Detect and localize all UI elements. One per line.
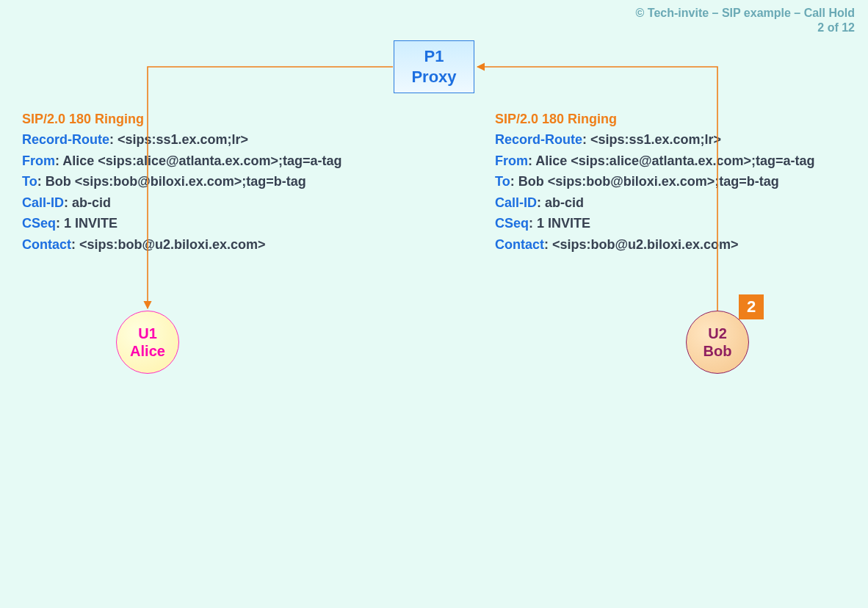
hdr-name: Contact — [22, 237, 71, 252]
copyright: © Tech-invite – SIP example – Call Hold … — [636, 6, 855, 35]
hdr-val: : Alice <sips:alice@atlanta.ex.com>;tag=… — [55, 153, 342, 168]
sip-left-callid: Call-ID: ab-cid — [22, 192, 342, 213]
hdr-name: Record-Route — [22, 132, 109, 147]
hdr-val: : <sips:ss1.ex.com;lr> — [582, 132, 721, 147]
sip-right-callid: Call-ID: ab-cid — [495, 192, 815, 213]
hdr-name: From — [22, 153, 55, 168]
sip-right-cseq: CSeq: 1 INVITE — [495, 213, 815, 234]
sip-right-from: From: Alice <sips:alice@atlanta.ex.com>;… — [495, 151, 815, 171]
hdr-val: : 1 INVITE — [529, 216, 590, 231]
sip-left-status: SIP/2.0 180 Ringing — [22, 109, 342, 129]
hdr-name: From — [495, 153, 528, 168]
sip-message-left: SIP/2.0 180 Ringing Record-Route: <sips:… — [22, 109, 342, 255]
step-badge: 2 — [739, 294, 764, 319]
hdr-name: Call-ID — [495, 195, 537, 210]
sip-message-right: SIP/2.0 180 Ringing Record-Route: <sips:… — [495, 109, 815, 255]
sip-right-contact: Contact: <sips:bob@u2.biloxi.ex.com> — [495, 234, 815, 255]
hdr-val: : 1 INVITE — [56, 216, 117, 231]
sip-left-to: To: Bob <sips:bob@biloxi.ex.com>;tag=b-t… — [22, 171, 342, 192]
proxy-node: P1 Proxy — [394, 40, 474, 93]
hdr-name: To — [22, 174, 37, 189]
sip-right-record-route: Record-Route: <sips:ss1.ex.com;lr> — [495, 129, 815, 150]
u2-line2: Bob — [687, 342, 748, 360]
proxy-line1: P1 — [394, 46, 474, 67]
u1-alice-node: U1 Alice — [116, 311, 179, 374]
sip-left-record-route: Record-Route: <sips:ss1.ex.com;lr> — [22, 129, 342, 150]
hdr-name: Record-Route — [495, 132, 582, 147]
hdr-name: To — [495, 174, 510, 189]
u2-bob-node: U2 Bob — [686, 311, 749, 374]
hdr-val: : ab-cid — [64, 195, 111, 210]
sip-left-from: From: Alice <sips:alice@atlanta.ex.com>;… — [22, 151, 342, 171]
hdr-val: : Alice <sips:alice@atlanta.ex.com>;tag=… — [528, 153, 815, 168]
hdr-name: CSeq — [22, 216, 56, 231]
copyright-line1: © Tech-invite – SIP example – Call Hold — [636, 6, 855, 21]
proxy-line2: Proxy — [394, 67, 474, 87]
sip-right-status: SIP/2.0 180 Ringing — [495, 109, 815, 129]
hdr-val: : <sips:bob@u2.biloxi.ex.com> — [544, 237, 739, 252]
u1-line1: U1 — [117, 325, 178, 342]
hdr-name: Contact — [495, 237, 544, 252]
copyright-line2: 2 of 12 — [636, 21, 855, 35]
sip-right-to: To: Bob <sips:bob@biloxi.ex.com>;tag=b-t… — [495, 171, 815, 192]
hdr-val: : <sips:bob@u2.biloxi.ex.com> — [71, 237, 266, 252]
hdr-name: CSeq — [495, 216, 529, 231]
hdr-val: : <sips:ss1.ex.com;lr> — [109, 132, 248, 147]
hdr-name: Call-ID — [22, 195, 64, 210]
u1-line2: Alice — [117, 342, 178, 360]
sip-left-cseq: CSeq: 1 INVITE — [22, 213, 342, 234]
hdr-val: : Bob <sips:bob@biloxi.ex.com>;tag=b-tag — [510, 174, 779, 189]
hdr-val: : Bob <sips:bob@biloxi.ex.com>;tag=b-tag — [37, 174, 306, 189]
hdr-val: : ab-cid — [537, 195, 584, 210]
u2-line1: U2 — [687, 325, 748, 342]
sip-left-contact: Contact: <sips:bob@u2.biloxi.ex.com> — [22, 234, 342, 255]
